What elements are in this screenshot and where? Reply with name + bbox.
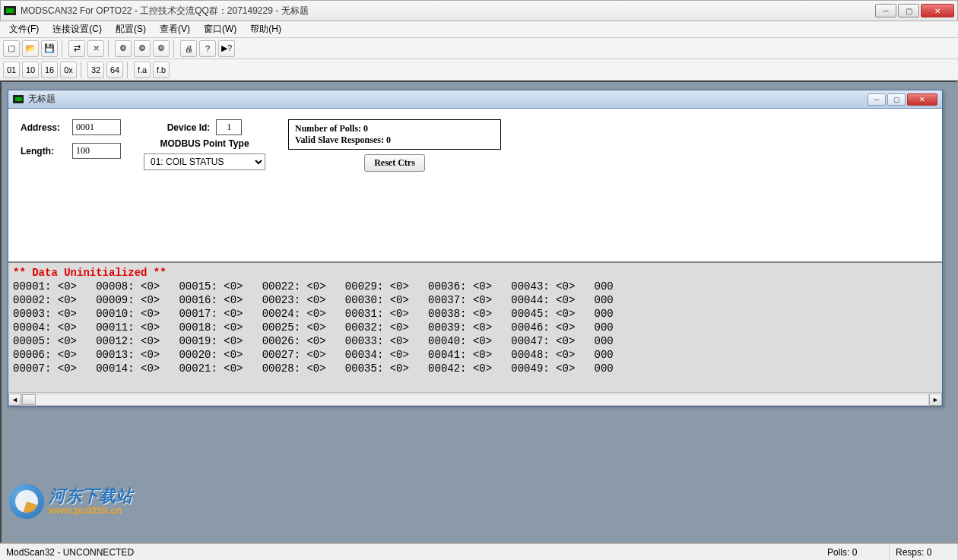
toolbtn-connect[interactable]: ⇄ xyxy=(68,40,85,57)
child-title: 无标题 xyxy=(28,93,868,106)
toolbtn-fmt-32[interactable]: 32 xyxy=(87,62,104,78)
toolbtn-fmt-10[interactable]: 10 xyxy=(22,62,39,78)
data-area: ** Data Uninitialized ** 00001: <0> 0000… xyxy=(8,261,942,392)
minimize-button[interactable]: ─ xyxy=(875,4,896,17)
child-icon xyxy=(13,95,24,103)
toolbtn-new[interactable]: ▢ xyxy=(3,40,20,57)
watermark: 河东下载站 www.pc0359.cn xyxy=(9,484,132,519)
menu-窗口(W)[interactable]: 窗口(W) xyxy=(198,21,243,37)
polls-count-label: Number of Polls: 0 xyxy=(295,123,494,134)
app-icon xyxy=(4,6,16,15)
watermark-text: 河东下载站 xyxy=(49,487,132,505)
menu-配置(S)[interactable]: 配置(S) xyxy=(109,21,152,37)
form-panel: Address: Length: Device Id: MODBUS Point… xyxy=(8,109,942,178)
point-type-select[interactable]: 01: COIL STATUS xyxy=(144,153,265,170)
watermark-url: www.pc0359.cn xyxy=(49,505,132,516)
menu-查看(V)[interactable]: 查看(V) xyxy=(154,21,196,37)
toolbtn-fmt-fa[interactable]: f.a xyxy=(134,62,151,78)
status-main: ModScan32 - UNCONNECTED xyxy=(0,544,821,560)
maximize-button[interactable]: ▢ xyxy=(898,4,919,17)
mdi-area: 无标题 ─ ▢ ✕ Address: Length: Devic xyxy=(0,81,958,543)
toolbtn-save[interactable]: 💾 xyxy=(41,40,58,57)
watermark-logo-icon xyxy=(9,484,44,519)
horizontal-scrollbar[interactable]: ◄ ► xyxy=(8,392,942,406)
window-title: MODSCAN32 For OPTO22 - 工控技术交流QQ群：2071492… xyxy=(21,5,875,17)
device-id-input[interactable] xyxy=(216,119,242,135)
scroll-right-icon[interactable]: ► xyxy=(929,394,942,406)
child-close-button[interactable]: ✕ xyxy=(907,93,937,106)
data-grid: 00001: <0> 00008: <0> 00015: <0> 00022: … xyxy=(13,280,937,375)
menu-帮助(H)[interactable]: 帮助(H) xyxy=(244,21,287,37)
menu-连接设置(C)[interactable]: 连接设置(C) xyxy=(46,21,108,37)
address-label: Address: xyxy=(21,122,66,133)
toolbar-main: ▢📂💾⇄⤫⚙⚙⚙🖨?▶? xyxy=(0,38,958,59)
toolbtn-fmt-16[interactable]: 16 xyxy=(41,62,58,78)
menubar: 文件(F)连接设置(C)配置(S)查看(V)窗口(W)帮助(H) xyxy=(0,21,958,38)
toolbtn-whatsthis[interactable]: ▶? xyxy=(218,40,235,57)
valid-responses-label: Valid Slave Responses: 0 xyxy=(295,134,494,146)
length-label: Length: xyxy=(21,146,66,157)
data-uninitialized-header: ** Data Uninitialized ** xyxy=(13,266,937,280)
child-window: 无标题 ─ ▢ ✕ Address: Length: Devic xyxy=(8,90,943,407)
toolbtn-cfg2[interactable]: ⚙ xyxy=(134,40,151,57)
form-spacer xyxy=(8,178,942,261)
toolbtn-print[interactable]: 🖨 xyxy=(180,40,197,57)
scroll-thumb[interactable] xyxy=(22,394,36,405)
poll-status-box: Number of Polls: 0 Valid Slave Responses… xyxy=(288,119,501,150)
toolbtn-fmt-64[interactable]: 64 xyxy=(106,62,123,78)
toolbtn-disconnect[interactable]: ⤫ xyxy=(87,40,104,57)
close-button[interactable]: ✕ xyxy=(921,4,954,17)
scroll-track[interactable] xyxy=(21,394,929,406)
statusbar: ModScan32 - UNCONNECTED Polls: 0 Resps: … xyxy=(0,543,958,560)
toolbtn-fmt-fb[interactable]: f.b xyxy=(153,62,170,78)
toolbtn-fmt-0x[interactable]: 0x xyxy=(60,62,77,78)
toolbar-format: 0110160x3264f.af.b xyxy=(0,59,958,81)
point-type-label: MODBUS Point Type xyxy=(144,138,265,149)
toolbtn-fmt-01[interactable]: 01 xyxy=(3,62,20,78)
reset-counters-button[interactable]: Reset Ctrs xyxy=(364,154,425,172)
device-id-label: Device Id: xyxy=(167,122,211,133)
child-maximize-button[interactable]: ▢ xyxy=(887,93,906,106)
child-titlebar: 无标题 ─ ▢ ✕ xyxy=(8,90,942,109)
toolbtn-help[interactable]: ? xyxy=(199,40,216,57)
scroll-left-icon[interactable]: ◄ xyxy=(8,394,21,406)
toolbtn-cfg3[interactable]: ⚙ xyxy=(153,40,170,57)
titlebar: MODSCAN32 For OPTO22 - 工控技术交流QQ群：2071492… xyxy=(0,0,958,21)
length-input[interactable] xyxy=(72,143,121,159)
status-resps: Resps: 0 xyxy=(890,544,958,560)
child-minimize-button[interactable]: ─ xyxy=(868,93,886,106)
toolbtn-open[interactable]: 📂 xyxy=(22,40,39,57)
address-input[interactable] xyxy=(72,119,121,135)
toolbtn-cfg1[interactable]: ⚙ xyxy=(115,40,132,57)
status-polls: Polls: 0 xyxy=(821,544,890,560)
menu-文件(F)[interactable]: 文件(F) xyxy=(3,21,45,37)
